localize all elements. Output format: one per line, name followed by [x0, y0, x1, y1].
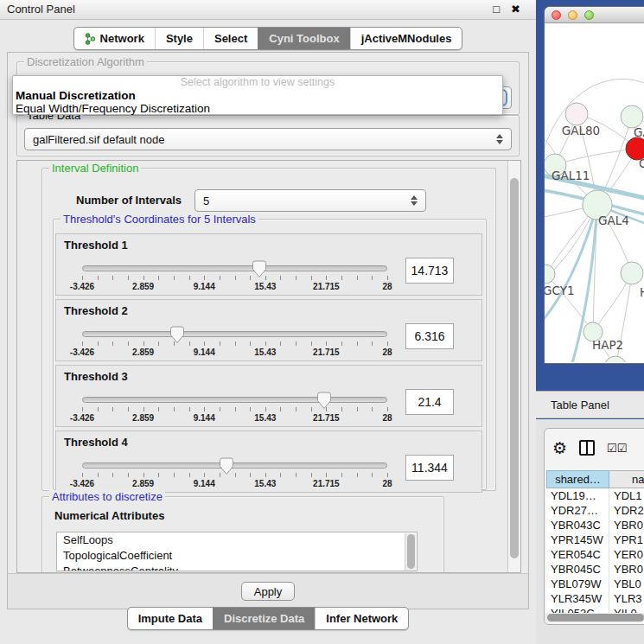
tick-label: 28	[382, 282, 392, 291]
tab-jactivemnodules[interactable]: jActiveMNodules	[350, 28, 462, 49]
tick-mark	[189, 341, 190, 346]
tick-label: 9.144	[194, 348, 215, 357]
table-row[interactable]: YDL19…YDL1	[546, 488, 644, 503]
tab-impute-data[interactable]: Impute Data	[128, 608, 213, 629]
threshold-value-field[interactable]: 14.713	[405, 258, 454, 284]
table-row[interactable]: YBL079WYBL0	[546, 577, 644, 591]
scrollbar-thumb[interactable]	[510, 178, 519, 558]
threshold-slider-track[interactable]	[82, 397, 387, 403]
column-header-name[interactable]: na	[609, 470, 644, 488]
threshold-value-field[interactable]: 6.316	[405, 323, 454, 349]
tick-mark	[265, 341, 266, 346]
tab-network[interactable]: Network	[74, 28, 155, 49]
network-edge-highlighted[interactable]	[545, 205, 597, 326]
threshold-title: Threshold 3	[64, 370, 128, 383]
threshold-slider-track[interactable]	[82, 462, 387, 469]
tick-mark	[158, 407, 159, 411]
tick-mark	[204, 407, 205, 411]
control-panel-content: Discretization Algorithm Table Data galF…	[7, 52, 529, 609]
cell-name[interactable]: YBL0	[609, 577, 644, 591]
cell-name[interactable]: YLR3	[609, 591, 644, 606]
tab-discretize-data[interactable]: Discretize Data	[213, 608, 315, 629]
attributes-list-scrollbar[interactable]	[405, 533, 416, 571]
slider-thumb-icon[interactable]	[316, 392, 332, 410]
table-panel-header: Table Panel	[536, 391, 644, 418]
table-horizontal-scrollbar[interactable]	[545, 613, 644, 622]
tick-label: -3.426	[70, 413, 94, 423]
attribute-list-item[interactable]: SelfLoops	[57, 532, 417, 548]
settings-vertical-scrollbar[interactable]	[507, 161, 520, 573]
node-label: GCY1	[545, 284, 575, 297]
apply-strip: Apply	[8, 573, 528, 609]
table-row[interactable]: YLR345WYLR3	[546, 591, 644, 606]
close-traffic-light-icon[interactable]	[552, 10, 561, 20]
tab-cyni-toolbox[interactable]: Cyni Toolbox	[258, 28, 349, 49]
network-node[interactable]	[604, 356, 627, 362]
attribute-list-item[interactable]: TopologicalCoefficient	[57, 548, 417, 564]
tick-mark	[158, 341, 159, 346]
scrollbar-thumb[interactable]	[547, 614, 644, 622]
slider-thumb-icon[interactable]	[169, 326, 185, 344]
float-window-icon[interactable]: □	[493, 0, 500, 19]
slider-thumb-icon[interactable]	[219, 457, 234, 475]
table-row[interactable]: YDR27…YDR2	[546, 503, 644, 518]
numerical-attributes-label: Numerical Attributes	[54, 509, 164, 522]
table-data-combobox[interactable]: galFiltered.sif default node	[24, 128, 512, 150]
tick-label: -3.426	[70, 348, 94, 357]
network-graph-canvas[interactable]: GAL80GACGAL11GAL4GCY1HHAP2	[545, 23, 644, 362]
apply-button[interactable]: Apply	[241, 582, 295, 601]
tick-mark	[128, 341, 129, 346]
close-icon[interactable]: ✖	[511, 0, 520, 19]
table-row[interactable]: YBR043CYBR0	[546, 518, 644, 532]
tab-label: Infer Network	[326, 608, 398, 629]
tab-select[interactable]: Select	[203, 28, 258, 49]
attributes-group-label: Attributes to discretize	[49, 490, 165, 503]
cell-shared-name[interactable]: YBL079W	[546, 577, 609, 591]
network-edge[interactable]	[555, 149, 637, 165]
scrollbar-thumb[interactable]	[407, 534, 415, 569]
cell-name[interactable]: YPR1	[609, 532, 644, 547]
cell-name[interactable]: YBR0	[609, 518, 644, 532]
numerical-attributes-list[interactable]: SelfLoopsTopologicalCoefficientBetweenne…	[56, 532, 418, 571]
tab-style[interactable]: Style	[155, 28, 203, 49]
tick-label: 15.43	[254, 479, 276, 488]
dropdown-option-equal-width-frequency[interactable]: Equal Width/Frequency Discretization	[13, 102, 502, 115]
threshold-panel-4: Threshold 4-3.4262.8599.14415.4321.71528…	[55, 430, 482, 493]
gear-icon[interactable]: ⚙	[552, 440, 567, 456]
network-node[interactable]	[545, 265, 555, 284]
tick-mark	[326, 407, 327, 411]
cell-shared-name[interactable]: YPR145W	[546, 532, 609, 547]
number-of-intervals-combobox[interactable]: 5	[194, 189, 426, 212]
cell-shared-name[interactable]: YER054C	[546, 547, 609, 562]
table-row[interactable]: YPR145WYPR1	[546, 532, 644, 547]
network-node[interactable]	[565, 103, 588, 125]
cell-name[interactable]: YBR0	[609, 562, 644, 577]
cell-shared-name[interactable]: YBR045C	[546, 562, 609, 577]
tick-label: 28	[382, 479, 392, 488]
cell-name[interactable]: YDR2	[609, 503, 644, 518]
tab-infer-network[interactable]: Infer Network	[315, 608, 408, 629]
cell-shared-name[interactable]: YDR27…	[546, 503, 609, 518]
tick-mark	[341, 407, 342, 411]
attribute-list-item[interactable]: BetweennessCentrality	[57, 564, 417, 571]
cell-shared-name[interactable]: YDL19…	[546, 488, 609, 503]
checkbox-icons[interactable]: ☑☑	[607, 442, 627, 455]
threshold-slider-track[interactable]	[82, 331, 387, 337]
split-columns-icon[interactable]	[579, 440, 595, 456]
table-row[interactable]: YER054CYER0	[546, 547, 644, 562]
cell-name[interactable]: YER0	[609, 547, 644, 562]
cell-shared-name[interactable]: YBR043C	[546, 518, 609, 532]
tick-mark	[143, 276, 144, 280]
network-node[interactable]	[621, 262, 643, 284]
threshold-value-field[interactable]: 11.344	[405, 455, 454, 481]
cell-shared-name[interactable]: YLR345W	[546, 591, 609, 606]
table-row[interactable]: YBR045CYBR0	[546, 562, 644, 577]
dropdown-option-manual-discretization[interactable]: Manual Discretization	[13, 89, 502, 102]
zoom-traffic-light-icon[interactable]	[584, 10, 594, 20]
minimize-traffic-light-icon[interactable]	[568, 10, 577, 20]
threshold-value-field[interactable]: 21.4	[405, 389, 454, 415]
threshold-slider-track[interactable]	[82, 265, 387, 271]
column-header-shared[interactable]: shared…	[546, 470, 609, 488]
cell-name[interactable]: YDL1	[609, 488, 644, 503]
tick-label: 21.715	[313, 282, 340, 291]
